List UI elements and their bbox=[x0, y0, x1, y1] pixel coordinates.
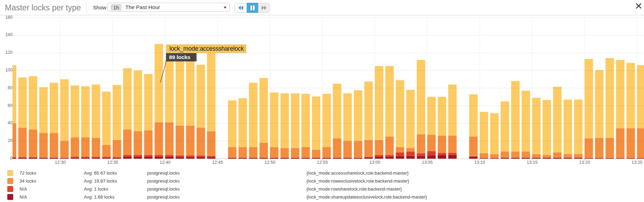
svg-text:13:00: 13:00 bbox=[369, 160, 380, 165]
svg-text:140: 140 bbox=[5, 32, 13, 37]
svg-text:13:20: 13:20 bbox=[579, 160, 590, 165]
svg-text:60: 60 bbox=[8, 103, 13, 108]
svg-text:13:25: 13:25 bbox=[631, 160, 642, 165]
svg-text:12:40: 12:40 bbox=[160, 160, 170, 165]
svg-text:12:50: 12:50 bbox=[264, 160, 275, 165]
svg-text:160: 160 bbox=[5, 15, 13, 20]
svg-text:80: 80 bbox=[8, 85, 13, 90]
svg-text:13:10: 13:10 bbox=[474, 160, 485, 165]
svg-text:40: 40 bbox=[8, 120, 13, 125]
svg-text:120: 120 bbox=[5, 50, 13, 55]
svg-text:12:55: 12:55 bbox=[317, 160, 328, 165]
svg-text:0: 0 bbox=[10, 156, 13, 161]
svg-text:20: 20 bbox=[8, 138, 13, 143]
svg-text:12:30: 12:30 bbox=[55, 160, 66, 165]
svg-text:13:15: 13:15 bbox=[527, 160, 538, 165]
svg-text:12:35: 12:35 bbox=[107, 160, 118, 165]
svg-text:100: 100 bbox=[5, 68, 13, 73]
svg-text:12:45: 12:45 bbox=[212, 160, 223, 165]
svg-text:13:05: 13:05 bbox=[422, 160, 432, 165]
